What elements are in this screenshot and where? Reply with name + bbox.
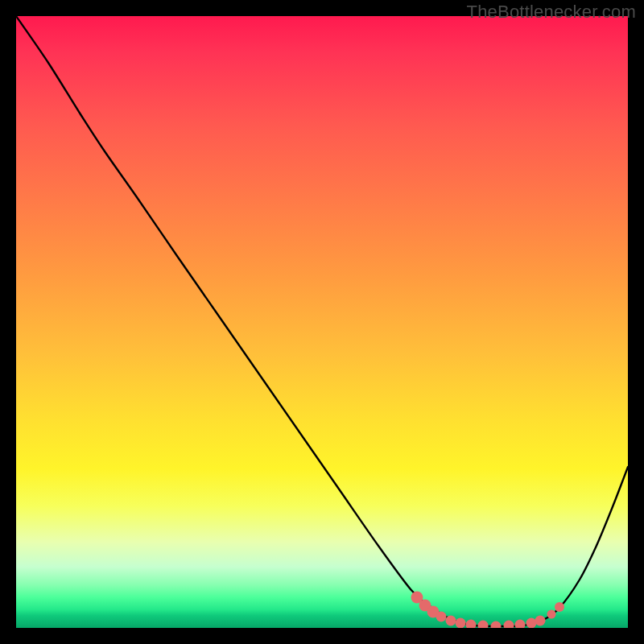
curve-svg [16,16,628,628]
highlight-dot [491,621,502,629]
highlight-dot [535,616,546,626]
highlight-dots-group [411,592,565,629]
highlight-dot [456,618,466,629]
highlight-dot [555,602,564,612]
highlight-dot [504,621,514,629]
highlight-dot [515,620,526,629]
watermark-text: TheBottlenecker.com [467,2,636,23]
highlight-dot [478,621,489,629]
plot-area [16,16,628,628]
highlight-dot [436,612,447,622]
highlight-dot [446,616,456,626]
highlight-dot [526,618,537,629]
bottleneck-curve [16,16,628,626]
chart-frame: TheBottlenecker.com [0,0,644,644]
highlight-dot [547,610,556,619]
highlight-dot [466,620,477,629]
